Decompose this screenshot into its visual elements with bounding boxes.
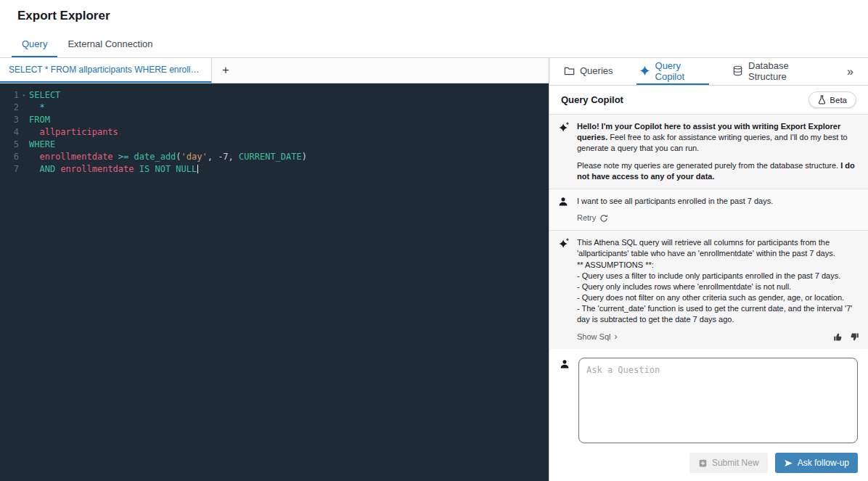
user-avatar-icon [558, 196, 570, 223]
chat-messages: Hello! I'm your Copilot here to assist y… [549, 114, 868, 349]
text-cursor [197, 165, 198, 173]
ask-follow-up-label: Ask follow-up [798, 458, 849, 468]
assumption-item: - The 'current_date' function is used to… [577, 303, 859, 325]
new-chat-icon [698, 459, 708, 468]
gutter-spacer [19, 151, 29, 163]
copilot-header: Query Copilot Beta [549, 86, 868, 114]
app-header: Export Explorer [0, 0, 868, 32]
thumbs-up-icon[interactable] [833, 332, 843, 342]
code-line: 7 AND enrollmentdate IS NOT NULL [4, 163, 549, 176]
submit-new-button[interactable]: Submit New [689, 453, 768, 473]
tab-database-structure[interactable]: Database Structure [729, 58, 824, 85]
top-nav-tabs: Query External Connection [0, 32, 868, 58]
main-split: SELECT * FROM allparticipants WHERE enro… [0, 58, 868, 481]
code-text: AND enrollmentdate IS NOT NULL [29, 163, 198, 176]
folder-icon [564, 65, 575, 76]
add-query-tab-button[interactable]: + [212, 58, 239, 83]
code-text: allparticipants [29, 126, 118, 139]
tab-queries[interactable]: Queries [561, 58, 616, 85]
welcome-message-body: Hello! I'm your Copilot here to assist y… [577, 121, 859, 182]
tab-query[interactable]: Query [12, 32, 57, 57]
submit-new-label: Submit New [712, 458, 759, 468]
answer-intro: This Athena SQL query will retrieve all … [577, 237, 859, 259]
code-line: 4 allparticipants [4, 126, 549, 139]
assumptions-title: ** ASSUMPTIONS **: [577, 260, 859, 271]
gutter-spacer [19, 102, 29, 114]
ask-follow-up-button[interactable]: Ask follow-up [775, 453, 858, 473]
line-number: 1 [4, 89, 19, 102]
code-text: FROM [29, 114, 50, 126]
line-number: 3 [4, 114, 19, 126]
user-question-message: I want to see all participants enrolled … [549, 189, 868, 230]
retry-label: Retry [577, 213, 596, 223]
tab-query-copilot[interactable]: Query Copilot [636, 58, 709, 85]
beta-badge: Beta [808, 91, 856, 108]
double-chevron-icon[interactable]: » [844, 58, 856, 85]
gutter-spacer [19, 114, 29, 126]
code-lines: 1▾SELECT2 *3FROM4 allparticipants5WHERE6… [4, 89, 549, 176]
tab-database-structure-label: Database Structure [748, 60, 821, 82]
user-avatar-icon [560, 358, 572, 443]
gutter-spacer [19, 126, 29, 139]
tab-queries-label: Queries [580, 65, 613, 76]
user-question-body: I want to see all participants enrolled … [577, 196, 859, 223]
code-text: SELECT [29, 89, 60, 102]
export-explorer-app: Export Explorer Query External Connectio… [0, 0, 868, 481]
copilot-welcome-message: Hello! I'm your Copilot here to assist y… [549, 114, 868, 189]
user-question-text: I want to see all participants enrolled … [577, 196, 859, 207]
gutter-spacer [19, 139, 29, 151]
assumption-item: - Query does not filter on any other cri… [577, 292, 859, 303]
line-number: 6 [4, 151, 19, 163]
copilot-pane: Queries Query Copilot Database Structure… [549, 58, 868, 481]
line-number: 4 [4, 126, 19, 139]
line-number: 7 [4, 163, 19, 176]
feedback-controls [833, 332, 859, 342]
tab-external-connection[interactable]: External Connection [57, 32, 163, 57]
query-editor-tab[interactable]: SELECT * FROM allparticipants WHERE enro… [0, 58, 212, 83]
code-line: 1▾SELECT [4, 89, 549, 102]
tab-query-label: Query [22, 38, 47, 49]
tab-query-copilot-label: Query Copilot [655, 60, 706, 82]
code-line: 3FROM [4, 114, 549, 126]
page-title: Export Explorer [17, 9, 110, 23]
refresh-icon [599, 214, 608, 223]
copilot-answer-message: This Athena SQL query will retrieve all … [549, 230, 868, 349]
line-number: 2 [4, 102, 19, 114]
flask-icon [818, 95, 826, 104]
code-text: enrollmentdate >= date_add('day', -7, CU… [29, 151, 307, 163]
copilot-answer-body: This Athena SQL query will retrieve all … [577, 237, 859, 342]
fold-toggle-icon[interactable]: ▾ [19, 89, 29, 102]
line-number: 5 [4, 139, 19, 151]
copilot-sparkle-icon [558, 121, 570, 182]
beta-badge-label: Beta [830, 96, 847, 104]
tab-external-connection-label: External Connection [67, 38, 152, 49]
welcome-note: Please note my queries are generated pur… [577, 161, 838, 170]
send-icon [784, 459, 793, 468]
sql-code-editor[interactable]: 1▾SELECT2 *3FROM4 allparticipants5WHERE6… [0, 83, 549, 481]
assumption-item: - Query uses a filter to include only pa… [577, 271, 859, 281]
copilot-action-bar: Submit New Ask follow-up [549, 448, 868, 481]
code-text: * [29, 102, 45, 114]
panel-tabs: Queries Query Copilot Database Structure… [549, 58, 868, 86]
copilot-sparkle-icon [558, 237, 570, 342]
query-editor-tab-label: SELECT * FROM allparticipants WHERE enro… [9, 65, 202, 75]
show-sql-label: Show Sql [577, 332, 610, 342]
editor-tab-strip: SELECT * FROM allparticipants WHERE enro… [0, 58, 549, 83]
retry-button[interactable]: Retry [577, 213, 608, 223]
database-icon [732, 65, 743, 76]
welcome-text-intro: Feel free to ask for assistance writing … [577, 133, 848, 152]
code-line: 6 enrollmentdate >= date_add('day', -7, … [4, 151, 549, 163]
thumbs-down-icon[interactable] [850, 332, 859, 342]
show-sql-button[interactable]: Show Sql › [577, 332, 617, 342]
gutter-spacer [19, 163, 29, 176]
code-line: 2 * [4, 102, 549, 114]
code-line: 5WHERE [4, 139, 549, 151]
code-text: WHERE [29, 139, 55, 151]
sparkle-icon [639, 65, 650, 76]
copilot-title: Query Copilot [561, 94, 623, 105]
chevron-right-icon: › [614, 332, 617, 341]
sql-editor-pane: SELECT * FROM allparticipants WHERE enro… [0, 58, 549, 481]
assumption-item: - Query only includes rows where 'enroll… [577, 281, 859, 292]
ask-question-area [549, 349, 868, 448]
ask-question-input[interactable] [578, 358, 858, 443]
